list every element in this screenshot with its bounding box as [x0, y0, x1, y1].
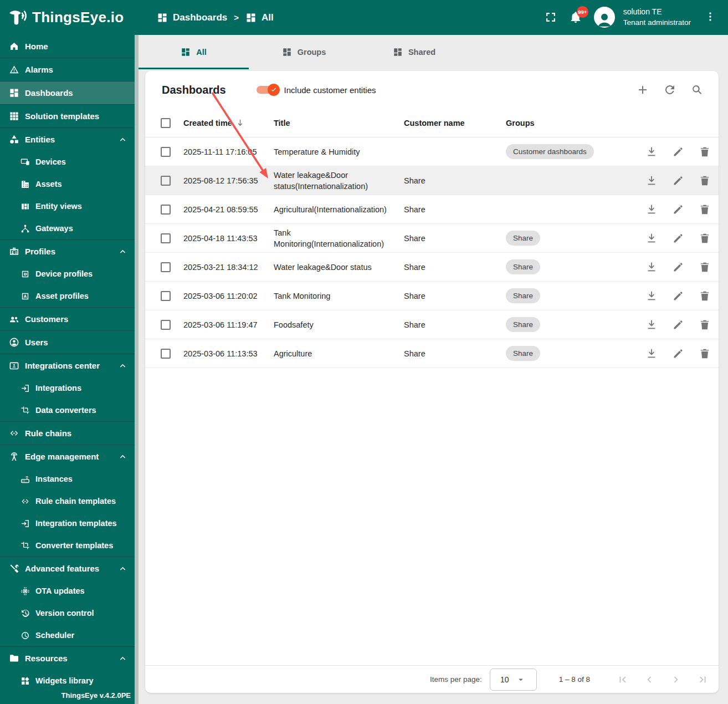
next-page-button[interactable] [670, 674, 682, 686]
sidebar-item-integrations[interactable]: Integrations [0, 377, 139, 399]
download-button[interactable] [645, 319, 658, 331]
table-row[interactable]: 2025-04-21 08:59:55Agricultural(Internat… [145, 195, 719, 224]
download-button[interactable] [645, 290, 658, 302]
column-header-title[interactable]: Title [274, 119, 404, 127]
sidebar-item-edge-management[interactable]: Edge management [0, 445, 139, 468]
download-button[interactable] [645, 261, 658, 273]
edit-button[interactable] [672, 146, 684, 158]
add-button[interactable] [636, 83, 649, 96]
table-row[interactable]: 2025-03-06 11:20:02Tank MonitoringShareS… [145, 282, 719, 310]
sidebar-item-rule-chain-templates[interactable]: Rule chain templates [0, 490, 139, 512]
sidebar-item-widgets-library[interactable]: Widgets library [0, 670, 139, 692]
sidebar-item-entities[interactable]: Entities [0, 128, 139, 151]
select-all-checkbox[interactable] [161, 118, 171, 128]
first-page-button[interactable] [617, 674, 629, 686]
edit-button[interactable] [672, 319, 684, 331]
sidebar-item-alarms[interactable]: Alarms [0, 58, 139, 81]
sidebar-item-gateways[interactable]: Gateways [0, 217, 139, 239]
table-row[interactable]: 2025-03-21 18:34:12Water leakage&Door st… [145, 253, 719, 282]
download-button[interactable] [645, 203, 658, 216]
sidebar-item-dashboards[interactable]: Dashboards [0, 81, 139, 104]
sidebar-item-assets[interactable]: Assets [0, 173, 139, 195]
row-checkbox[interactable] [161, 147, 171, 157]
download-button[interactable] [645, 175, 658, 187]
table-row[interactable]: 2025-04-18 11:43:53Tank Monitoring(Inter… [145, 224, 719, 253]
breadcrumb-dashboards[interactable]: Dashboards [157, 12, 227, 23]
row-checkbox[interactable] [161, 262, 171, 272]
sidebar-item-resources[interactable]: Resources [0, 647, 139, 670]
sidebar-item-converter-templates[interactable]: Converter templates [0, 534, 139, 557]
sidebar-item-customers[interactable]: Customers [0, 308, 139, 330]
table-row[interactable]: 2025-03-06 11:13:53AgricultureShareShare [145, 339, 719, 368]
sidebar-item-entity-views[interactable]: Entity views [0, 195, 139, 217]
edit-button[interactable] [672, 203, 684, 216]
delete-button[interactable] [699, 290, 711, 302]
chevron-up-icon[interactable] [117, 563, 128, 574]
toggle-switch[interactable] [257, 85, 278, 95]
download-button[interactable] [645, 146, 658, 158]
download-button[interactable] [645, 348, 658, 360]
include-customer-entities-toggle[interactable]: Include customer entities [257, 85, 376, 95]
sidebar-item-instances[interactable]: Instances [0, 468, 139, 490]
sort-desc-icon[interactable] [235, 118, 245, 127]
group-chip[interactable]: Share [506, 317, 540, 332]
tab-shared[interactable]: Shared [359, 35, 469, 69]
chevron-up-icon[interactable] [117, 360, 128, 371]
breadcrumb-all[interactable]: All [245, 12, 274, 23]
edit-button[interactable] [672, 290, 684, 302]
download-button[interactable] [645, 232, 658, 244]
edit-button[interactable] [672, 348, 684, 360]
delete-button[interactable] [699, 203, 711, 216]
sidebar-item-profiles[interactable]: Profiles [0, 240, 139, 263]
delete-button[interactable] [699, 232, 711, 244]
edit-button[interactable] [672, 232, 684, 244]
sidebar-item-ota-updates[interactable]: OTA updates [0, 580, 139, 602]
last-page-button[interactable] [696, 674, 709, 686]
column-header-customer-name[interactable]: Customer name [404, 119, 506, 127]
chevron-up-icon[interactable] [117, 246, 128, 257]
sidebar-item-device-profiles[interactable]: Device profiles [0, 263, 139, 285]
user-menu[interactable]: solution TE Tenant administrator [623, 7, 691, 28]
fullscreen-button[interactable] [544, 11, 557, 24]
sidebar-item-devices[interactable]: Devices [0, 151, 139, 173]
sidebar-item-advanced-features[interactable]: Advanced features [0, 557, 139, 580]
table-row[interactable]: 2025-08-12 17:56:35Water leakage&Door st… [145, 166, 719, 195]
sidebar-scrollbar[interactable] [135, 35, 139, 704]
sidebar-item-integrations-center[interactable]: Integrations center [0, 354, 139, 377]
refresh-button[interactable] [663, 83, 676, 96]
table-row[interactable]: 2025-03-06 11:19:47FoodsafetyShareShare [145, 310, 719, 339]
delete-button[interactable] [699, 261, 711, 273]
sidebar-item-users[interactable]: Users [0, 331, 139, 354]
search-button[interactable] [690, 83, 704, 96]
more-menu-button[interactable] [704, 11, 717, 24]
row-checkbox[interactable] [161, 291, 171, 301]
notifications-button[interactable]: 99+ [569, 11, 582, 24]
chevron-up-icon[interactable] [117, 653, 128, 664]
sidebar-item-solution-templates[interactable]: Solution templates [0, 105, 139, 127]
sidebar-item-asset-profiles[interactable]: Asset profiles [0, 285, 139, 307]
row-checkbox[interactable] [161, 176, 171, 186]
tab-groups[interactable]: Groups [249, 35, 359, 69]
group-chip[interactable]: Share [506, 259, 540, 274]
sidebar-item-integration-templates[interactable]: Integration templates [0, 512, 139, 534]
prev-page-button[interactable] [643, 674, 655, 686]
items-per-page-select[interactable]: 10 [490, 669, 537, 691]
row-checkbox[interactable] [161, 349, 171, 359]
group-chip[interactable]: Share [506, 288, 540, 303]
group-chip[interactable]: Share [506, 231, 540, 246]
sidebar-item-scheduler[interactable]: Scheduler [0, 624, 139, 646]
group-chip[interactable]: Customer dashboards [506, 144, 594, 159]
row-checkbox[interactable] [161, 233, 171, 243]
delete-button[interactable] [699, 348, 711, 360]
chevron-up-icon[interactable] [117, 451, 128, 462]
delete-button[interactable] [699, 319, 711, 331]
app-logo[interactable]: ThingsEye.io [0, 6, 139, 29]
edit-button[interactable] [672, 175, 684, 187]
sidebar-item-version-control[interactable]: Version control [0, 602, 139, 624]
sidebar-item-rule-chains[interactable]: Rule chains [0, 422, 139, 445]
row-checkbox[interactable] [161, 320, 171, 330]
chevron-up-icon[interactable] [117, 134, 128, 145]
edit-button[interactable] [672, 261, 684, 273]
avatar[interactable] [594, 7, 615, 28]
sidebar-item-home[interactable]: Home [0, 35, 139, 58]
